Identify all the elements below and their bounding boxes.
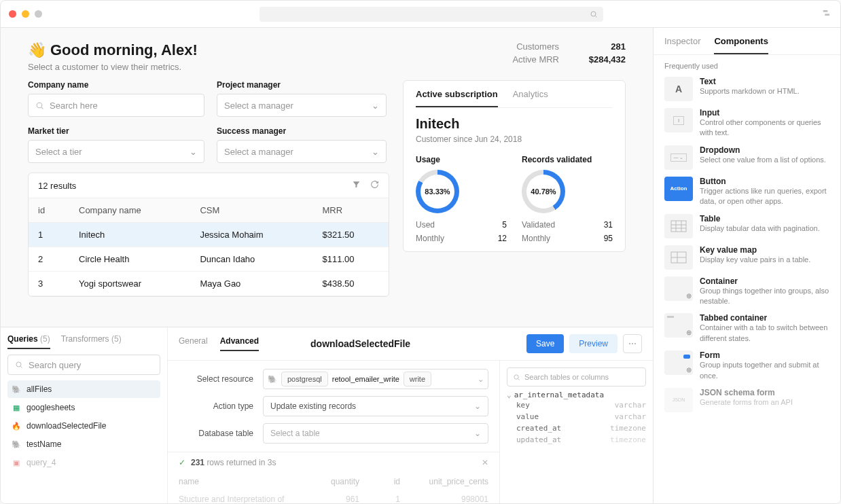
component-table[interactable]: TableDisplay tabular data with paginatio…: [664, 214, 829, 238]
cell-id: 2: [29, 247, 69, 272]
company-name-label: Company name: [28, 80, 204, 90]
filter-icon[interactable]: [352, 180, 361, 191]
table-row[interactable]: 2 Circle Health Duncan Idaho $111.00: [29, 247, 389, 272]
schema-search[interactable]: Search tables or columns: [507, 367, 646, 386]
more-button[interactable]: ⋯: [623, 334, 642, 353]
tab-active-subscription[interactable]: Active subscription: [416, 89, 498, 107]
success-manager-select[interactable]: Select a manager ⌄: [217, 140, 387, 163]
query-name: downloadSelectedFile: [310, 338, 410, 349]
right-sidebar: Inspector Components Frequently used A T…: [653, 28, 840, 503]
component-dropdown[interactable]: — ⌄ DropdownSelect one value from a list…: [664, 145, 829, 170]
component-keyvalue[interactable]: Key value mapDisplay key value pairs in …: [664, 245, 829, 270]
search-icon: [513, 374, 520, 381]
svg-line-9: [518, 378, 520, 380]
preview-button[interactable]: Preview: [569, 334, 618, 353]
keyvalue-icon: [664, 245, 693, 270]
query-item-allfiles[interactable]: 🐘 allFiles: [7, 380, 160, 398]
chevron-down-icon: ⌄: [372, 147, 379, 157]
detail-since: Customer since Jun 24, 2018: [416, 134, 613, 144]
refresh-icon[interactable]: [370, 180, 379, 191]
rcol-id: id: [359, 477, 400, 486]
save-button[interactable]: Save: [526, 334, 564, 353]
tab-advanced[interactable]: Advanced: [220, 336, 259, 351]
titlebar: [1, 1, 840, 28]
comp-title: Key value map: [700, 245, 810, 255]
resource-select[interactable]: 🐘 postgresql retool_emailer_write write …: [263, 369, 488, 389]
tab-transformers[interactable]: Transformers (5): [61, 334, 122, 349]
results-table-panel: 12 results: [28, 173, 389, 297]
company-placeholder: Search here: [50, 101, 98, 111]
customers-value: 281: [578, 41, 626, 52]
greeting-text: Good morning, Alex!: [50, 41, 198, 59]
active-mrr-label: Active MRR: [512, 54, 559, 65]
global-search[interactable]: [260, 7, 603, 22]
validated-label: Validated: [522, 220, 555, 230]
cell-id: 1: [29, 223, 69, 247]
col-id[interactable]: id: [29, 198, 69, 223]
component-tabbed-container[interactable]: ⊕ Tabbed containerContainer with a tab t…: [664, 313, 829, 344]
usage-monthly-label: Monthly: [416, 234, 444, 243]
filters: Company name Search here Market tier: [28, 80, 389, 163]
tab-analytics[interactable]: Analytics: [513, 89, 548, 107]
component-button[interactable]: Action ButtonTrigger actions like run qu…: [664, 177, 829, 207]
table-row[interactable]: 3 Yogi sportswear Maya Gao $438.50: [29, 272, 389, 296]
tab-components[interactable]: Components: [714, 36, 768, 54]
comp-desc: Group things together into groups, also …: [700, 286, 829, 307]
schema-table-node[interactable]: ⌄ ar_internal_metadata: [507, 391, 646, 399]
company-name-input[interactable]: Search here: [28, 94, 204, 117]
dashboard-header: 👋 Good morning, Alex! Select a customer …: [28, 41, 626, 72]
close-results-icon[interactable]: ✕: [482, 458, 488, 467]
table-row[interactable]: 1 Initech Jessica Mohaim $321.50: [29, 223, 389, 247]
tab-queries[interactable]: Queries (5): [7, 334, 50, 349]
query-item-testname[interactable]: 🐘 testName: [7, 435, 160, 453]
query-item-label: query_4: [26, 458, 56, 467]
check-icon: ✓: [179, 458, 185, 467]
pm-label: Project manager: [217, 80, 387, 90]
svg-point-6: [16, 362, 21, 367]
comp-desc: Select one value from a list of options.: [700, 155, 826, 165]
component-text[interactable]: A TextSupports markdown or HTML.: [664, 77, 829, 101]
titlebar-menu-icon[interactable]: [821, 7, 832, 20]
action-type-select[interactable]: Update existing records ⌄: [263, 396, 488, 416]
filters-and-detail: Company name Search here Market tier: [28, 80, 626, 297]
col-csm[interactable]: CSM: [190, 198, 312, 223]
market-tier-label: Market tier: [28, 126, 204, 136]
rcol-unit-price: unit_price_cents: [400, 477, 488, 486]
component-input[interactable]: I InputControl other components or queri…: [664, 108, 829, 139]
sm-label: Success manager: [217, 126, 387, 136]
schema-col[interactable]: created_attimezone: [507, 422, 646, 434]
resource-label: Select resource: [179, 374, 253, 384]
comp-title: Dropdown: [700, 145, 826, 155]
svg-point-4: [37, 103, 42, 108]
schema-col[interactable]: updated_attimezone: [507, 434, 646, 446]
query-search[interactable]: Search query: [7, 355, 160, 375]
tab-general[interactable]: General: [179, 336, 208, 351]
comp-title: Form: [700, 350, 829, 360]
tab-inspector[interactable]: Inspector: [664, 36, 700, 54]
comp-desc: Display tabular data with pagination.: [700, 223, 820, 234]
component-json-schema-form[interactable]: JSON JSON schema formGenerate forms from…: [664, 388, 829, 412]
comp-title: Table: [700, 214, 820, 223]
schema-col[interactable]: valuevarchar: [507, 411, 646, 422]
minimize-window[interactable]: [22, 10, 29, 18]
query-item-downloadselectedfile[interactable]: 🔥 downloadSelectedFile: [7, 417, 160, 435]
component-form[interactable]: ⊕ FormGroup inputs together and submit a…: [664, 350, 829, 381]
chevron-down-icon: ⌄: [190, 147, 197, 157]
sm-placeholder: Select a manager: [224, 147, 293, 157]
records-donut: 40.78%: [522, 170, 565, 213]
query-item-googlesheets[interactable]: ▦ googlesheets: [7, 399, 160, 416]
results-count: 12 results: [38, 181, 76, 191]
project-manager-select[interactable]: Select a manager ⌄: [217, 94, 387, 117]
usage-gauge: Usage 83.33% Used5 Monthly12: [416, 155, 507, 243]
maximize-window[interactable]: [35, 10, 42, 18]
market-tier-select[interactable]: Select a tier ⌄: [28, 140, 204, 163]
col-mrr[interactable]: MRR: [313, 198, 389, 223]
db-table-select[interactable]: Select a table ⌄: [263, 423, 488, 444]
component-container[interactable]: ⊕ ContainerGroup things together into gr…: [664, 276, 829, 307]
svg-line-5: [41, 107, 43, 109]
app-window: 👋 Good morning, Alex! Select a customer …: [0, 0, 841, 504]
col-company[interactable]: Company name: [69, 198, 190, 223]
query-item-query4[interactable]: ▣ query_4: [7, 454, 160, 471]
schema-col[interactable]: keyvarchar: [507, 399, 646, 411]
close-window[interactable]: [9, 10, 16, 18]
